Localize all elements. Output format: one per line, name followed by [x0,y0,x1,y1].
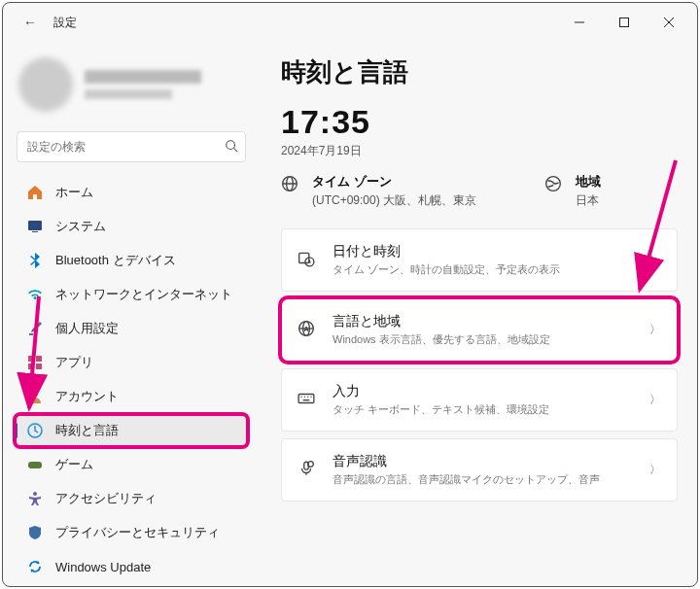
sidebar-item-personalization[interactable]: 個人用設定 [15,312,248,345]
user-name-redacted [85,70,201,84]
search-box[interactable] [17,131,246,162]
accessibility-icon [26,490,44,507]
region-label: 地域 [576,173,601,191]
sidebar-item-label: ネットワークとインターネット [55,286,232,303]
microphone-icon [298,460,317,481]
card-subtitle: タッチ キーボード、テキスト候補、環境設定 [332,402,634,417]
home-icon [26,184,44,201]
search-icon [225,139,238,156]
sidebar-item-label: アカウント [55,388,119,405]
sidebar-item-label: 個人用設定 [55,320,119,337]
svg-rect-10 [28,364,34,369]
chevron-right-icon: 〉 [649,392,661,408]
svg-line-5 [234,149,238,153]
svg-point-4 [227,141,235,150]
sidebar-item-label: システム [55,218,106,235]
region-info: 地域 日本 [544,173,601,209]
svg-point-15 [33,492,37,496]
window-title: 設定 [53,15,77,31]
chevron-right-icon: 〉 [649,252,661,268]
maximize-button[interactable] [602,8,647,37]
card-subtitle: Windows 表示言語、優先する言語、地域設定 [332,332,634,347]
date-display: 2024年7月19日 [281,143,678,159]
sidebar-item-privacy[interactable]: プライバシーとセキュリティ [15,516,248,549]
svg-rect-26 [298,394,314,402]
brush-icon [26,320,44,337]
card-title: 日付と時刻 [332,243,634,260]
sidebar-item-gaming[interactable]: ゲーム [15,448,248,481]
sidebar-item-system[interactable]: システム [15,210,248,243]
region-value: 日本 [576,192,601,209]
globe-icon [544,175,564,196]
card-subtitle: タイム ゾーン、時計の自動設定、予定表の表示 [332,262,634,277]
card-speech[interactable]: 音声認識 音声認識の言語、音声認識マイクのセットアップ、音声 〉 [281,438,678,502]
sidebar-item-label: アクセシビリティ [55,490,157,507]
chevron-right-icon: 〉 [649,322,661,338]
timezone-info: タイム ゾーン (UTC+09:00) 大阪、札幌、東京 [281,173,476,209]
svg-rect-7 [32,231,38,232]
sidebar-item-accounts[interactable]: アカウント [15,380,248,413]
sidebar-item-home[interactable]: ホーム [15,176,248,209]
card-subtitle: 音声認識の言語、音声認識マイクのセットアップ、音声 [332,472,634,487]
sidebar-item-time-language[interactable]: 時刻と言語 [15,414,248,447]
gamepad-icon [26,456,44,473]
sidebar-item-accessibility[interactable]: アクセシビリティ [15,482,248,515]
sidebar-item-apps[interactable]: アプリ [15,346,248,379]
keyboard-icon [298,390,317,411]
card-title: 入力 [332,383,634,400]
svg-rect-1 [620,18,629,27]
sidebar-item-label: ホーム [55,184,93,201]
card-language-region[interactable]: A 言語と地域 Windows 表示言語、優先する言語、地域設定 〉 [281,298,678,362]
sidebar-item-bluetooth[interactable]: Bluetooth とデバイス [15,244,248,277]
card-title: 言語と地域 [332,313,634,330]
apps-icon [26,354,44,371]
back-button[interactable]: ← [17,9,44,36]
svg-rect-14 [28,462,42,468]
sidebar-item-label: アプリ [55,354,93,371]
timezone-value: (UTC+09:00) 大阪、札幌、東京 [312,192,476,209]
chevron-right-icon: 〉 [649,462,661,478]
svg-point-12 [32,391,38,397]
system-icon [26,218,44,235]
sidebar-item-label: Bluetooth とデバイス [55,252,176,269]
language-icon: A [298,320,317,341]
minimize-button[interactable] [557,8,602,37]
card-typing[interactable]: 入力 タッチ キーボード、テキスト候補、環境設定 〉 [281,368,678,432]
page-title: 時刻と言語 [281,55,678,89]
sidebar-item-network[interactable]: ネットワークとインターネット [15,278,248,311]
user-email-redacted [85,89,172,99]
timezone-label: タイム ゾーン [312,173,476,191]
calendar-clock-icon [298,250,317,271]
user-profile[interactable] [15,50,248,129]
sidebar-item-windows-update[interactable]: Windows Update [15,550,248,583]
sidebar-item-label: ゲーム [55,456,93,473]
shield-icon [26,524,44,541]
svg-rect-8 [28,356,34,362]
sidebar-item-label: Windows Update [55,560,151,574]
close-button[interactable] [647,8,691,37]
update-icon [26,558,44,575]
bluetooth-icon [26,252,44,269]
wifi-icon [26,286,44,303]
svg-rect-6 [28,221,42,230]
clock-display: 17:35 [281,103,678,141]
sidebar-item-label: 時刻と言語 [55,422,119,439]
card-date-time[interactable]: 日付と時刻 タイム ゾーン、時計の自動設定、予定表の表示 〉 [281,228,678,292]
globe-icon [281,175,300,196]
svg-rect-11 [36,364,42,369]
sidebar-item-label: プライバシーとセキュリティ [55,524,220,541]
search-input[interactable] [17,131,246,162]
person-icon [26,388,44,405]
user-avatar [18,57,73,112]
globe-clock-icon [26,422,44,439]
svg-rect-9 [36,356,42,362]
svg-text:A: A [303,325,309,333]
card-title: 音声認識 [332,453,634,470]
